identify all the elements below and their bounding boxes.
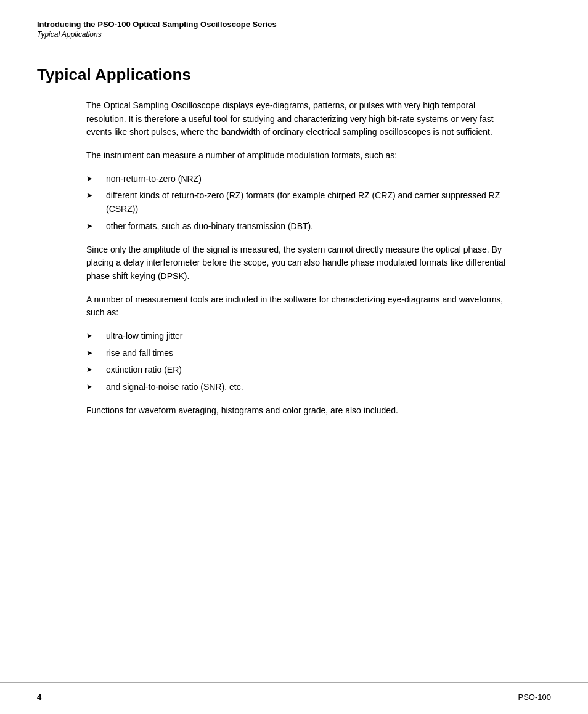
intro-paragraph: The Optical Sampling Oscilloscope displa… bbox=[86, 99, 514, 139]
list-item: different kinds of return-to-zero (RZ) f… bbox=[86, 189, 514, 216]
footer-product-name: PSO-100 bbox=[518, 692, 551, 702]
list-item: other formats, such as duo-binary transm… bbox=[86, 220, 514, 233]
tools-list: ultra-low timing jitter rise and fall ti… bbox=[86, 330, 514, 394]
formats-list: non-return-to-zero (NRZ) different kinds… bbox=[86, 172, 514, 233]
page-footer: 4 PSO-100 bbox=[0, 682, 588, 714]
header-subtitle: Typical Applications bbox=[37, 30, 551, 39]
list-item: non-return-to-zero (NRZ) bbox=[86, 172, 514, 186]
page-header: Introducing the PSO-100 Optical Sampling… bbox=[0, 0, 588, 43]
tools-paragraph: A number of measurement tools are includ… bbox=[86, 293, 514, 320]
footer-page-number: 4 bbox=[37, 692, 41, 702]
list-item: extinction ratio (ER) bbox=[86, 363, 514, 377]
phase-paragraph: Since only the amplitude of the signal i… bbox=[86, 243, 514, 283]
list-item: and signal-to-noise ratio (SNR), etc. bbox=[86, 381, 514, 394]
page-container: Introducing the PSO-100 Optical Sampling… bbox=[0, 0, 588, 714]
section-title: Typical Applications bbox=[37, 65, 551, 84]
list-item: rise and fall times bbox=[86, 347, 514, 360]
header-title: Introducing the PSO-100 Optical Sampling… bbox=[37, 20, 551, 29]
main-content: Typical Applications The Optical Samplin… bbox=[0, 43, 588, 464]
functions-paragraph: Functions for waveform averaging, histog… bbox=[86, 404, 514, 418]
amplitude-paragraph: The instrument can measure a number of a… bbox=[86, 149, 514, 163]
list-item: ultra-low timing jitter bbox=[86, 330, 514, 343]
